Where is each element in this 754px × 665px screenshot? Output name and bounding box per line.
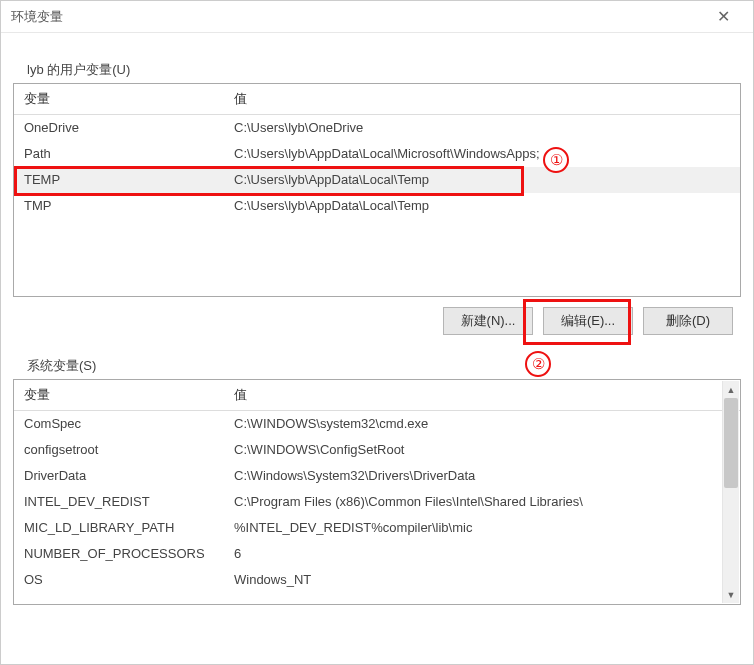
user-variables-label: lyb 的用户变量(U) (27, 61, 741, 79)
close-icon[interactable]: ✕ (703, 7, 743, 26)
table-row[interactable]: TMP C:\Users\lyb\AppData\Local\Temp (14, 193, 740, 219)
col-variable[interactable]: 变量 (14, 84, 224, 115)
user-variables-table[interactable]: 变量 值 OneDrive C:\Users\lyb\OneDrive Path (14, 84, 740, 296)
col-variable[interactable]: 变量 (14, 380, 224, 411)
table-row[interactable]: DriverData C:\Windows\System32\Drivers\D… (14, 463, 740, 489)
system-variables-table[interactable]: 变量 值 ComSpec C:\WINDOWS\system32\cmd.exe… (14, 380, 740, 604)
table-row-selected[interactable]: TEMP C:\Users\lyb\AppData\Local\Temp (14, 167, 740, 193)
environment-variables-window: 环境变量 ✕ lyb 的用户变量(U) 变量 值 (0, 0, 754, 665)
table-row[interactable]: INTEL_DEV_REDIST C:\Program Files (x86)\… (14, 489, 740, 515)
scroll-thumb[interactable] (724, 398, 738, 488)
scroll-up-icon[interactable]: ▲ (723, 381, 739, 398)
col-value[interactable]: 值 (224, 380, 740, 411)
user-buttons-row: 新建(N)... 编辑(E)... 删除(D) (13, 307, 733, 335)
edit-button[interactable]: 编辑(E)... (543, 307, 633, 335)
table-row[interactable]: ComSpec C:\WINDOWS\system32\cmd.exe (14, 411, 740, 437)
annotation-1: ① (543, 147, 569, 173)
table-row[interactable]: OneDrive C:\Users\lyb\OneDrive (14, 115, 740, 141)
table-row[interactable]: configsetroot C:\WINDOWS\ConfigSetRoot (14, 437, 740, 463)
table-row[interactable]: OS Windows_NT (14, 567, 740, 593)
table-row[interactable]: NUMBER_OF_PROCESSORS 6 (14, 541, 740, 567)
user-variables-group: lyb 的用户变量(U) 变量 值 OneDrive (13, 61, 741, 335)
scroll-down-icon[interactable]: ▼ (723, 586, 739, 603)
delete-button[interactable]: 删除(D) (643, 307, 733, 335)
table-row[interactable]: MIC_LD_LIBRARY_PATH %INTEL_DEV_REDIST%co… (14, 515, 740, 541)
window-title: 环境变量 (11, 8, 703, 26)
scrollbar[interactable]: ▲ ▼ (722, 381, 739, 603)
table-row[interactable]: Path C:\Users\lyb\AppData\Local\Microsof… (14, 141, 740, 167)
scroll-track[interactable] (723, 398, 739, 586)
titlebar: 环境变量 ✕ (1, 1, 753, 33)
system-variables-group: 系统变量(S) 变量 值 ComSpec C:\W (13, 357, 741, 605)
system-variables-label: 系统变量(S) (27, 357, 741, 375)
new-button[interactable]: 新建(N)... (443, 307, 533, 335)
col-value[interactable]: 值 (224, 84, 740, 115)
